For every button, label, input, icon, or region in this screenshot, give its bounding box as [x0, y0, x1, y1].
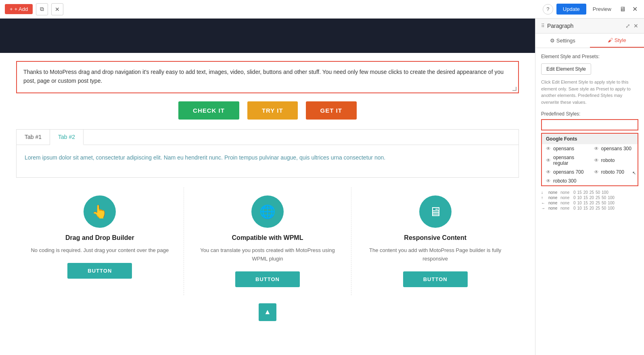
tabs-container: Tab #1 Tab #2 Lorem ipsum dolor sit amet…: [16, 129, 519, 178]
main-layout: Thanks to MotoPress drag and drop naviga…: [0, 19, 644, 355]
add-button[interactable]: + + Add: [5, 4, 33, 14]
spacing-row-down: ↓ none none 0 15 20 25 50 100: [541, 190, 638, 195]
tab-1[interactable]: Tab #1: [17, 130, 50, 145]
resize-handle[interactable]: [512, 87, 516, 91]
toolbar: + + Add ⧉ ✕ ? Update Preview 🖥 ✕: [0, 0, 644, 19]
update-label: Update: [563, 6, 580, 12]
scroll-up-button[interactable]: ▲: [259, 303, 276, 321]
spacing-options: ↓ none none 0 15 20 25 50 100 ↑ none n: [541, 190, 638, 210]
predefined-styles-label: Predefined Styles:: [541, 111, 638, 117]
responsive-desc: The content you add with MotoPress Page …: [360, 246, 511, 263]
monitor-icon: 🖥: [619, 6, 626, 13]
feature-responsive: 🖥 Responsive Content The content you add…: [351, 187, 519, 295]
responsive-title: Responsive Content: [404, 234, 466, 242]
edit-element-style-button[interactable]: Edit Element Style: [541, 63, 591, 75]
eye-icon: 👁: [546, 158, 551, 163]
get-it-button[interactable]: GET IT: [306, 101, 357, 120]
update-button[interactable]: Update: [556, 4, 586, 15]
spacing-row-left: ← none none 0 10 15 20 25 50 100: [541, 201, 638, 205]
google-fonts-header: Google Fonts: [542, 134, 638, 144]
feature-wpml: 🌐 Compatible with WPML You can translate…: [184, 187, 352, 295]
page-content: Thanks to MotoPress drag and drop naviga…: [0, 53, 535, 329]
bottom-arrow-area: ▲: [16, 303, 519, 321]
element-style-label: Element Style and Presets:: [541, 54, 638, 59]
panel-body: Element Style and Presets: Edit Element …: [535, 48, 644, 355]
feature-drag-drop: 👆 Drag and Drop Builder No coding is req…: [16, 187, 184, 295]
cursor-indicator: ↖: [632, 170, 636, 176]
spacing-20[interactable]: 20: [583, 190, 588, 195]
eye-icon: 👁: [546, 169, 551, 175]
text-block[interactable]: Thanks to MotoPress drag and drop naviga…: [16, 61, 519, 93]
predefined-search-box: [541, 119, 638, 130]
eye-icon: 👁: [594, 158, 599, 163]
panel-title-text: Paragraph: [547, 23, 573, 29]
tab-2[interactable]: Tab #2: [50, 130, 84, 145]
fonts-grid: 👁 opensans 👁 opensans 300 👁 opensans reg…: [542, 144, 638, 185]
text-block-content: Thanks to MotoPress drag and drop naviga…: [23, 67, 512, 86]
check-it-button[interactable]: CHECK IT: [178, 101, 239, 120]
font-opensans-regular[interactable]: 👁 opensans regular: [542, 153, 590, 168]
spacing-15[interactable]: 15: [577, 190, 582, 195]
font-opensans-700[interactable]: 👁 opensans 700: [542, 168, 590, 176]
font-opensans[interactable]: 👁 opensans: [542, 144, 590, 153]
wpml-button[interactable]: BUTTON: [235, 271, 300, 287]
drag-drop-icon-circle: 👆: [84, 195, 116, 228]
predefined-search-input[interactable]: [542, 120, 638, 130]
close-icon: ✕: [55, 6, 60, 13]
panel-grid-icon: ⠿: [541, 23, 545, 29]
monitor-feature-icon: 🖥: [429, 204, 442, 219]
spacing-0[interactable]: 0: [573, 190, 576, 195]
plus-icon: +: [10, 6, 13, 12]
right-panel: ⠿ Paragraph ⤢ ✕ ⚙ Settings 🖌 Style: [535, 19, 644, 355]
panel-close-icon: ✕: [634, 23, 638, 29]
duplicate-button[interactable]: ⧉: [36, 3, 48, 15]
font-opensans-300-right[interactable]: 👁 opensans 300: [590, 144, 638, 153]
close-button[interactable]: ✕: [51, 3, 63, 15]
panel-detach-button[interactable]: ⤢: [625, 23, 630, 29]
monitor-button[interactable]: 🖥: [618, 4, 627, 15]
eye-icon: 👁: [594, 146, 599, 151]
style-tab[interactable]: 🖌 Style: [590, 34, 644, 48]
font-roboto-300[interactable]: 👁 roboto 300: [542, 176, 590, 185]
spacing-25[interactable]: 25: [590, 190, 594, 195]
globe-icon: 🌐: [259, 204, 276, 219]
eye-icon-cursor: 👁: [594, 169, 599, 175]
dark-header-bar: [0, 19, 535, 53]
try-it-button[interactable]: TRY IT: [247, 101, 298, 120]
arrow-up-spacing-icon: ↑: [541, 195, 547, 200]
tabs-content: Lorem ipsum dolor sit amet, consectetur …: [17, 145, 519, 177]
detach-icon: ⤢: [625, 23, 630, 29]
drag-drop-title: Drag and Drop Builder: [65, 234, 134, 242]
settings-tab[interactable]: ⚙ Settings: [535, 34, 590, 48]
window-close-icon: ✕: [632, 6, 638, 13]
drag-drop-button[interactable]: BUTTON: [67, 263, 132, 279]
spacing-100[interactable]: 100: [602, 190, 608, 195]
panel-close-button[interactable]: ✕: [634, 23, 638, 29]
eye-icon: 👁: [546, 178, 551, 184]
preview-button[interactable]: Preview: [590, 4, 615, 15]
panel-title: ⠿ Paragraph: [541, 23, 573, 29]
responsive-icon-circle: 🖥: [419, 195, 452, 228]
panel-hint-text: Click Edit Element Style to apply style …: [541, 79, 638, 105]
panel-header-right: ⤢ ✕: [625, 23, 638, 29]
responsive-button[interactable]: BUTTON: [403, 271, 468, 287]
style-brush-icon: 🖌: [608, 37, 613, 43]
panel-tabs: ⚙ Settings 🖌 Style: [535, 34, 644, 48]
arrow-down-icon: ↓: [541, 190, 547, 195]
font-roboto-700[interactable]: 👁 roboto 700 ↖: [590, 168, 638, 176]
preview-label: Preview: [593, 6, 611, 12]
spacing-50[interactable]: 50: [596, 190, 600, 195]
spacing-row-right: → none none 0 10 15 20 25 50 100: [541, 206, 638, 210]
canvas: Thanks to MotoPress drag and drop naviga…: [0, 19, 535, 355]
wpml-icon-circle: 🌐: [251, 195, 284, 228]
duplicate-icon: ⧉: [40, 6, 44, 13]
tabs-header: Tab #1 Tab #2: [17, 130, 519, 145]
font-roboto[interactable]: 👁 roboto: [590, 153, 638, 168]
arrow-left-icon: ←: [541, 201, 547, 205]
drag-drop-icon: 👆: [92, 204, 108, 219]
toolbar-right: ? Update Preview 🖥 ✕: [543, 4, 639, 15]
help-button[interactable]: ?: [543, 4, 553, 15]
drag-drop-desc: No coding is required. Just drag your co…: [31, 246, 169, 255]
window-close-button[interactable]: ✕: [631, 4, 639, 15]
spacing-row-up: ↑ none none 0 10 15 20 25 50 100: [541, 195, 638, 200]
